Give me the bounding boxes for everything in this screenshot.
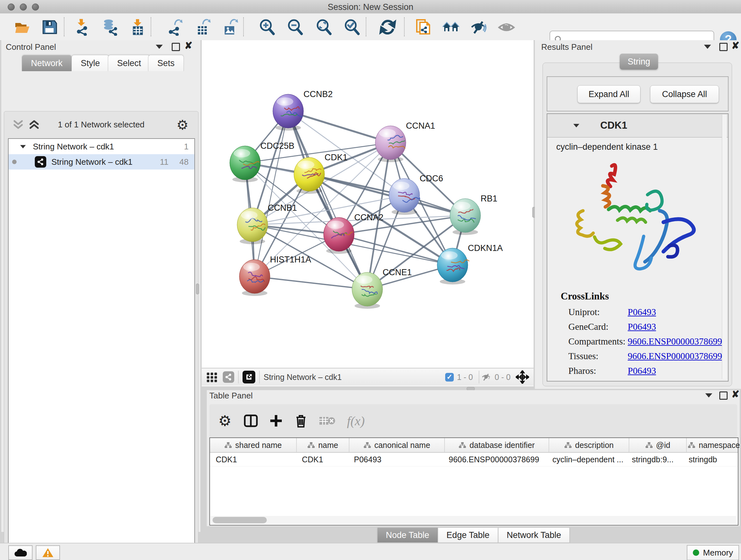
network-row-selected[interactable]: String Network – cdk1 11 48 (9, 154, 194, 170)
control-panel-title: Control Panel (6, 42, 56, 52)
tab-network[interactable]: Network (22, 55, 72, 71)
crosslink-link[interactable]: 9606.ENSP00000378699 (628, 336, 722, 347)
panel-float-icon[interactable] (719, 43, 728, 51)
column-header-description[interactable]: description (549, 438, 629, 452)
node-RB1 (450, 199, 481, 235)
edge-CCNB2-HIST1H1A (255, 111, 288, 276)
table-hscroll-thumb[interactable] (212, 517, 267, 523)
export-table-button[interactable] (193, 18, 212, 37)
delete-table-icon[interactable] (319, 415, 335, 427)
show-columns-icon[interactable] (244, 414, 258, 428)
save-session-button[interactable] (40, 18, 59, 37)
network-view[interactable]: CCNB2CCNA1CDC25BCDK1CDC6RB1CCNB1CCNA2CDK… (202, 40, 534, 386)
hidden-eye-slash-icon[interactable] (481, 372, 491, 382)
open-session-button[interactable] (13, 18, 32, 37)
string-view-icon[interactable] (223, 371, 234, 383)
zoom-out-button[interactable] (286, 18, 305, 37)
collapse-all-button[interactable]: Collapse All (650, 85, 719, 103)
gene-header[interactable]: CDK1 (547, 114, 728, 138)
column-header-canonical-name[interactable]: canonical name (349, 438, 445, 452)
import-network-database-button[interactable] (100, 18, 119, 37)
expand-all-button[interactable]: Expand All (577, 85, 641, 103)
export-image-button[interactable] (221, 18, 239, 37)
hide-selected-button[interactable] (469, 18, 488, 37)
tab-style[interactable]: Style (71, 55, 109, 71)
column-header-shared-name[interactable]: shared name (210, 438, 297, 452)
pan-crosshair-icon[interactable] (516, 370, 529, 384)
import-network-file-button[interactable] (73, 18, 91, 37)
zoom-fit-button[interactable] (315, 18, 333, 37)
column-header-database-identifier[interactable]: database identifier (445, 438, 549, 452)
tab-network-table[interactable]: Network Table (498, 527, 570, 543)
table-hscrollbar[interactable] (211, 516, 736, 524)
node-label-RB1: RB1 (481, 194, 497, 203)
crosslink-label: Tissues: (568, 351, 628, 361)
network-list: String Network – cdk1 1 String Network –… (8, 138, 195, 560)
edge-HIST1H1A-CCNE1 (255, 276, 367, 289)
panel-close-icon[interactable]: ✘ (185, 42, 192, 49)
eye-icon (498, 18, 515, 36)
node-label-CCNB2: CCNB2 (304, 89, 333, 99)
panel-float-icon[interactable] (719, 391, 728, 400)
column-header-namespace[interactable]: namespace (687, 438, 741, 452)
crosslink-label: Compartments: (568, 336, 628, 347)
panel-menu-icon[interactable] (704, 45, 711, 49)
left-splitter-handle[interactable] (196, 284, 199, 294)
collection-expander-icon[interactable] (20, 145, 26, 148)
node-label-CCNE1: CCNE1 (383, 267, 412, 277)
tab-select[interactable]: Select (108, 55, 150, 71)
panel-float-icon[interactable] (172, 43, 180, 51)
show-all-button[interactable] (497, 18, 516, 37)
results-scrollbar[interactable] (722, 115, 727, 379)
export-table-icon (194, 18, 211, 36)
birdseye-grid-icon[interactable] (206, 371, 218, 383)
network-collection-row[interactable]: String Network – cdk1 1 (9, 139, 194, 154)
crosslink-link[interactable]: P06493 (628, 307, 656, 317)
warnings-button[interactable] (36, 545, 60, 560)
panel-close-icon[interactable]: ✘ (731, 391, 739, 398)
network-options-gear-icon[interactable]: ⚙ (177, 117, 189, 133)
memory-button[interactable]: Memory (687, 545, 739, 560)
tab-sets[interactable]: Sets (148, 55, 184, 71)
panel-close-icon[interactable]: ✘ (731, 42, 739, 49)
crosslink-link[interactable]: P06493 (628, 366, 656, 376)
crosslink-row: GeneCard:P06493 (568, 319, 728, 334)
zoom-selected-button[interactable] (343, 18, 361, 37)
delete-column-icon[interactable] (294, 414, 308, 428)
tab-edge-table[interactable]: Edge Table (438, 527, 498, 543)
crosslink-link[interactable]: 9606.ENSP00000378699 (628, 351, 722, 361)
selected-checkbox[interactable]: ✓ (445, 373, 454, 381)
tab-node-table[interactable]: Node Table (377, 527, 438, 543)
table-toolbar: ⚙ f(x) (209, 404, 737, 437)
open-folder-icon (14, 18, 31, 36)
function-builder-icon[interactable]: f(x) (347, 414, 365, 428)
table-options-gear-icon[interactable]: ⚙ (218, 412, 231, 429)
export-network-button[interactable] (166, 18, 185, 37)
refresh-view-button[interactable] (379, 18, 397, 37)
column-header-name[interactable]: name (297, 438, 349, 452)
cloud-status-button[interactable] (8, 545, 32, 560)
add-column-icon[interactable] (269, 414, 283, 428)
memory-status-dot (693, 550, 699, 556)
clone-network-button[interactable] (414, 18, 433, 37)
toolbar-divider (243, 17, 244, 37)
table-row[interactable]: CDK1CDK1P064939606.ENSP00000378699cyclin… (210, 453, 738, 466)
edge-count: 48 (179, 157, 189, 167)
zoom-in-button[interactable] (258, 18, 276, 37)
status-bar: Memory (0, 543, 741, 560)
column-header--id[interactable]: @id (629, 438, 687, 452)
node-CCNB2 (273, 94, 304, 131)
zoom-selected-icon (343, 18, 360, 36)
open-in-browser-icon[interactable] (243, 371, 255, 383)
import-table-button[interactable] (128, 18, 147, 37)
crosslink-row: Uniprot:P06493 (568, 305, 728, 319)
string-results-tab[interactable]: String (620, 54, 658, 70)
gene-description: cyclin–dependent kinase 1 (547, 138, 728, 152)
panel-menu-icon[interactable] (156, 45, 163, 49)
panel-menu-icon[interactable] (705, 393, 712, 397)
gene-expander-icon[interactable] (574, 124, 580, 127)
save-floppy-icon (41, 18, 58, 36)
home-button[interactable] (442, 18, 460, 37)
crosslink-link[interactable]: P06493 (628, 321, 656, 332)
network-canvas[interactable]: CCNB2CCNA1CDC25BCDK1CDC6RB1CCNB1CCNA2CDK… (202, 40, 534, 368)
